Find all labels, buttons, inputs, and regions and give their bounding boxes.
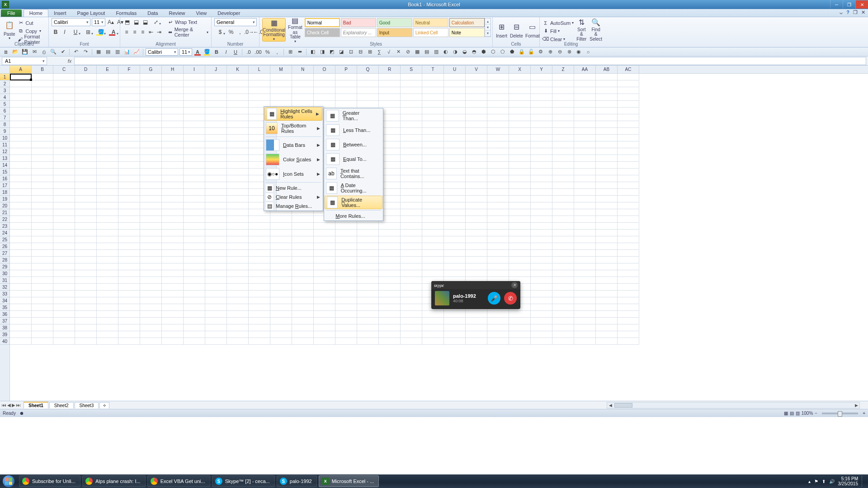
column-header[interactable]: Q bbox=[357, 66, 379, 73]
cell[interactable] bbox=[357, 291, 379, 297]
cell[interactable] bbox=[379, 297, 401, 304]
row-header[interactable]: 19 bbox=[0, 196, 9, 202]
cell[interactable] bbox=[574, 169, 596, 175]
cell[interactable] bbox=[184, 311, 205, 318]
cell[interactable] bbox=[552, 291, 574, 297]
cell[interactable] bbox=[401, 257, 422, 263]
cell[interactable] bbox=[32, 236, 53, 243]
qat-misc5[interactable]: ⊡ bbox=[347, 48, 355, 56]
menu-icon-sets[interactable]: ◉○● Icon Sets ▶ bbox=[264, 167, 323, 181]
cell[interactable] bbox=[118, 250, 140, 257]
cell[interactable] bbox=[552, 135, 574, 141]
cell[interactable] bbox=[53, 236, 75, 243]
cell[interactable] bbox=[509, 189, 531, 196]
cell[interactable] bbox=[140, 284, 162, 291]
conditional-formatting-button[interactable]: ▦ Conditional Formatting▾ bbox=[262, 18, 286, 42]
qat-misc28[interactable]: ⊗ bbox=[565, 48, 573, 56]
cell[interactable] bbox=[618, 101, 639, 108]
cell[interactable] bbox=[618, 94, 639, 101]
cell[interactable] bbox=[75, 108, 97, 114]
sheet-nav-first-icon[interactable]: ⏮ bbox=[2, 403, 6, 408]
cell[interactable] bbox=[205, 223, 227, 230]
cell[interactable] bbox=[531, 175, 552, 182]
cell[interactable] bbox=[509, 128, 531, 135]
cell[interactable] bbox=[97, 236, 118, 243]
cell[interactable] bbox=[32, 128, 53, 135]
cell[interactable] bbox=[53, 182, 75, 189]
cell[interactable] bbox=[162, 169, 184, 175]
cell[interactable] bbox=[292, 331, 314, 338]
cell[interactable] bbox=[444, 101, 466, 108]
format-cells-button[interactable]: ▭Format bbox=[525, 18, 540, 42]
cell[interactable] bbox=[10, 216, 32, 223]
cell[interactable] bbox=[596, 277, 618, 284]
cell[interactable] bbox=[531, 263, 552, 270]
skype-hangup-button[interactable]: ✆ bbox=[504, 292, 517, 305]
cell[interactable] bbox=[140, 277, 162, 284]
tab-developer[interactable]: Developer bbox=[212, 9, 245, 17]
cell[interactable] bbox=[466, 270, 487, 277]
cell[interactable] bbox=[552, 94, 574, 101]
cell[interactable] bbox=[596, 243, 618, 250]
cell[interactable] bbox=[270, 291, 292, 297]
cell[interactable] bbox=[444, 121, 466, 128]
file-tab[interactable]: File bbox=[1, 9, 22, 17]
cell[interactable] bbox=[162, 135, 184, 141]
qat-misc23[interactable]: 🔒 bbox=[518, 48, 526, 56]
fx-icon[interactable]: fx bbox=[65, 58, 74, 64]
tray-network-icon[interactable]: ⬆ bbox=[822, 479, 826, 484]
cell[interactable] bbox=[249, 297, 270, 304]
cell[interactable] bbox=[335, 263, 357, 270]
cell[interactable] bbox=[596, 223, 618, 230]
cell[interactable] bbox=[97, 284, 118, 291]
cell[interactable] bbox=[249, 284, 270, 291]
cell[interactable] bbox=[205, 121, 227, 128]
cell[interactable] bbox=[162, 114, 184, 121]
qat-misc9[interactable]: √ bbox=[385, 48, 393, 56]
cell[interactable] bbox=[444, 162, 466, 169]
cell[interactable] bbox=[531, 277, 552, 284]
cell[interactable] bbox=[531, 230, 552, 236]
cell[interactable] bbox=[162, 284, 184, 291]
cell[interactable] bbox=[618, 291, 639, 297]
cell[interactable] bbox=[357, 270, 379, 277]
qat-font-combo[interactable]: Calibri bbox=[146, 48, 178, 56]
cell[interactable] bbox=[205, 101, 227, 108]
cell[interactable] bbox=[10, 311, 32, 318]
cell[interactable] bbox=[10, 175, 32, 182]
cell[interactable] bbox=[10, 202, 32, 209]
cell[interactable] bbox=[10, 182, 32, 189]
cell[interactable] bbox=[118, 270, 140, 277]
cell[interactable] bbox=[466, 80, 487, 87]
cell[interactable] bbox=[552, 270, 574, 277]
cell[interactable] bbox=[10, 230, 32, 236]
cell[interactable] bbox=[118, 297, 140, 304]
cell[interactable] bbox=[357, 304, 379, 311]
cell[interactable] bbox=[401, 94, 422, 101]
cell[interactable] bbox=[118, 291, 140, 297]
menu-date-occurring[interactable]: ▦A Date Occurring... bbox=[324, 181, 383, 195]
row-header[interactable]: 1 bbox=[0, 74, 9, 80]
macro-record-icon[interactable]: ⏺ bbox=[19, 411, 24, 416]
cell[interactable] bbox=[292, 223, 314, 230]
cell[interactable] bbox=[270, 311, 292, 318]
cell[interactable] bbox=[379, 270, 401, 277]
format-as-table-button[interactable]: ▤ Format as Table▾ bbox=[288, 18, 303, 42]
cell[interactable] bbox=[10, 135, 32, 141]
cell[interactable] bbox=[227, 324, 249, 331]
cell[interactable] bbox=[618, 148, 639, 155]
cell[interactable] bbox=[75, 87, 97, 94]
cell[interactable] bbox=[618, 324, 639, 331]
cell[interactable] bbox=[487, 87, 509, 94]
cell[interactable] bbox=[75, 250, 97, 257]
cell[interactable] bbox=[422, 324, 444, 331]
cell[interactable] bbox=[140, 114, 162, 121]
cell[interactable] bbox=[574, 270, 596, 277]
cell[interactable] bbox=[249, 324, 270, 331]
cell[interactable] bbox=[118, 101, 140, 108]
cell[interactable] bbox=[162, 80, 184, 87]
cell[interactable] bbox=[618, 202, 639, 209]
column-header[interactable]: B bbox=[32, 66, 53, 73]
cell[interactable] bbox=[270, 318, 292, 324]
cell[interactable] bbox=[618, 257, 639, 263]
